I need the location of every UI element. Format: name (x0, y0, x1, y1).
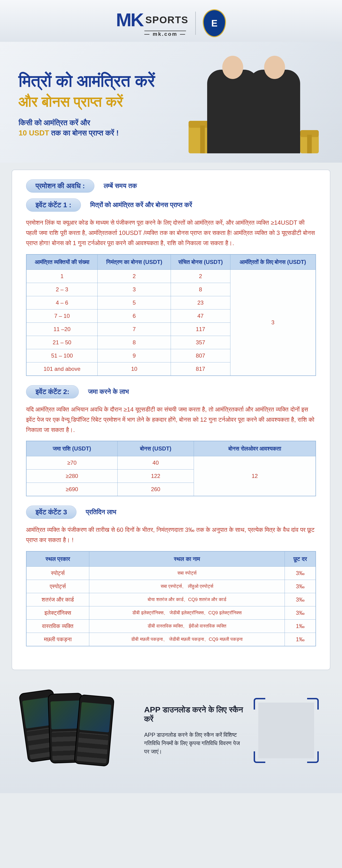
promo-duration-row: प्रमोशन की अवधि : लम्बें समय तक (26, 179, 316, 193)
brand-logo: MK SPORTS mk.com (116, 9, 188, 37)
table-cell: डीबी वास्तविक व्यक्ति、 ईवीओ वास्तविक व्य… (89, 619, 285, 633)
table-cell: 3‰ (285, 566, 316, 580)
table-cell: 23 (171, 296, 230, 309)
table-cell: 1‰ (285, 633, 316, 646)
table-cell: 4 – 6 (26, 296, 98, 309)
table-cell: 6 (98, 309, 171, 322)
table-cell: स्पोर्ट्स (26, 566, 89, 580)
table-cell: 3‰ (285, 593, 316, 606)
table-cell: 8 (171, 283, 230, 296)
table-cell: 2 (98, 270, 171, 283)
table-cell: 260 (117, 483, 194, 496)
hero-usdt-amount: 10 USDT (19, 129, 49, 137)
brand-sports: SPORTS (145, 14, 188, 26)
table-cell: 3‰ (285, 580, 316, 593)
hero-banner: मित्रों को आमंत्रित करें और बोनस प्राप्त… (0, 42, 342, 163)
table-cell: शतरंज और कार्ड (26, 593, 89, 606)
rollover-cell: 12 (194, 456, 316, 496)
table-cell: 1 (26, 270, 98, 283)
table-cell: 817 (171, 362, 230, 376)
table-cell: वास्तविक व्यक्ति (26, 619, 89, 633)
event1-th-1: निमंत्रण का बोनस (USDT) (98, 254, 171, 270)
app-phones-illustration (23, 691, 135, 770)
event3-pill: इवेंट कंटेंट 3 (26, 505, 77, 519)
footer-description: APP डाउनलोड करने के लिए स्कैन करें विशिष… (144, 731, 244, 756)
event1-th-3: आमंत्रितों के लिए बोनस (USDT) (230, 254, 316, 270)
table-cell: बोया शतरंज और कार्ड、CQ9 शतरंज और कार्ड (89, 593, 285, 606)
event3-th-0: स्थल प्रकार (26, 551, 89, 567)
table-cell: 11 –20 (26, 322, 98, 336)
table-cell: ≥690 (26, 483, 117, 496)
event3-header-row: इवेंट कंटेंट 3 प्रतिदिन लाभ (26, 505, 316, 519)
event2-th-2: बोनस रोलओवर आवश्यकता (194, 441, 316, 456)
table-row: मछली पकड़नाडीबी मछली पकड़ना、 जेडीबी मछली… (26, 633, 316, 646)
event1-title: मित्रों को आमंत्रित करें और बोनस प्राप्त… (90, 201, 192, 209)
qr-code-frame (254, 698, 319, 763)
club-badge-letter: E (211, 18, 218, 29)
event3-title: प्रतिदिन लाभ (86, 508, 116, 516)
hero-subtitle: किसी को आमंत्रित करें और 10 USDT तक का ब… (19, 118, 184, 138)
table-cell: 3‰ (285, 606, 316, 619)
table-cell: 8 (98, 336, 171, 349)
promo-duration-value: लम्बें समय तक (104, 182, 137, 190)
table-cell: डीबी मछली पकड़ना、 जेडीबी मछली पकड़ना、CQ9… (89, 633, 285, 646)
table-cell: डीबी इलेक्ट्रॉनिक्स、 जेडीबी इलेक्ट्रॉनिक… (89, 606, 285, 619)
event1-header-row: इवेंट कंटेंट 1 : मित्रों को आमंत्रित करे… (26, 198, 316, 212)
table-cell: 21 – 50 (26, 336, 98, 349)
giftbox-icon (300, 135, 319, 153)
table-cell: 47 (171, 309, 230, 322)
table-row: शतरंज और कार्डबोया शतरंज और कार्ड、CQ9 शत… (26, 593, 316, 606)
promo-duration-pill: प्रमोशन की अवधि : (26, 179, 94, 193)
table-cell: 3 (98, 283, 171, 296)
event1-th-0: आमंत्रित व्यक्तियों की संख्या (26, 254, 98, 270)
person-illustration (207, 70, 258, 153)
table-cell: इलेक्ट्रॉनिक्स (26, 606, 89, 619)
vertical-divider (195, 11, 196, 35)
footer: APP डाउनलोड करने के लिए स्कैन करें APP ड… (0, 677, 342, 793)
event3-description: आमंत्रित व्यक्ति के पंजीकरण की तारीख से … (26, 525, 316, 545)
invitee-bonus-cell: 3 (230, 270, 316, 376)
hero-title-line2: और बोनस प्राप्त करें (19, 93, 184, 111)
table-cell: 807 (171, 349, 230, 362)
event3-th-2: छूट दर (285, 551, 316, 567)
event3-table: स्थल प्रकार स्थल का नाम छूट दर स्पोर्ट्स… (26, 551, 316, 646)
event1-pill: इवेंट कंटेंट 1 : (26, 198, 81, 212)
event2-header-row: इवेंट कंटेंट 2: जमा करने के लाभ (26, 385, 316, 399)
hero-text: मित्रों को आमंत्रित करें और बोनस प्राप्त… (19, 71, 184, 138)
content-card: प्रमोशन की अवधि : लम्बें समय तक इवेंट कं… (11, 169, 331, 670)
event1-table: आमंत्रित व्यक्तियों की संख्या निमंत्रण क… (26, 254, 316, 376)
club-badge-icon: E (203, 9, 226, 37)
event2-pill: इवेंट कंटेंट 2: (26, 385, 79, 399)
event1-description: प्रमोशन लिंक या क्यूआर कोड के माध्यम से … (26, 217, 316, 248)
event2-th-0: जमा राशि (USDT) (26, 441, 117, 456)
table-cell: 10 (98, 362, 171, 376)
table-cell: 117 (171, 322, 230, 336)
table-cell: 7 – 10 (26, 309, 98, 322)
table-cell: 9 (98, 349, 171, 362)
table-cell: 101 and above (26, 362, 98, 376)
event2-th-1: बोनस (USDT) (117, 441, 194, 456)
table-row: एस्पोर्ट्ससबा एस्पोर्ट्स、 लीहुओ एस्पोर्ट… (26, 580, 316, 593)
table-row: वास्तविक व्यक्तिडीबी वास्तविक व्यक्ति、 ई… (26, 619, 316, 633)
hero-image (184, 56, 323, 153)
phone-icon (74, 694, 115, 767)
header: MK SPORTS mk.com E (0, 0, 342, 42)
table-cell: 7 (98, 322, 171, 336)
table-cell: एस्पोर्ट्स (26, 580, 89, 593)
hero-title-line1: मित्रों को आमंत्रित करें (19, 71, 184, 91)
table-cell: 2 (171, 270, 230, 283)
event3-th-1: स्थल का नाम (89, 551, 285, 567)
event2-table: जमा राशि (USDT) बोनस (USDT) बोनस रोलओवर … (26, 441, 316, 496)
footer-title: APP डाउनलोड करने के लिए स्कैन करें (144, 705, 244, 724)
table-cell: ≥70 (26, 456, 117, 469)
footer-text: APP डाउनलोड करने के लिए स्कैन करें APP ड… (144, 705, 244, 756)
event1-th-2: संचित बोनस (USDT) (171, 254, 230, 270)
event2-title: जमा करने के लाभ (88, 388, 129, 396)
table-cell: सबा स्पोर्ट्स (89, 566, 285, 580)
table-row: 1223 (26, 270, 316, 283)
brand-domain: mk.com (144, 31, 186, 37)
table-cell: 1‰ (285, 619, 316, 633)
table-cell: 51 – 100 (26, 349, 98, 362)
table-row: ≥704012 (26, 456, 316, 469)
event2-description: यदि आमंत्रित व्यक्ति अभियान अवधि के दौरा… (26, 404, 316, 435)
